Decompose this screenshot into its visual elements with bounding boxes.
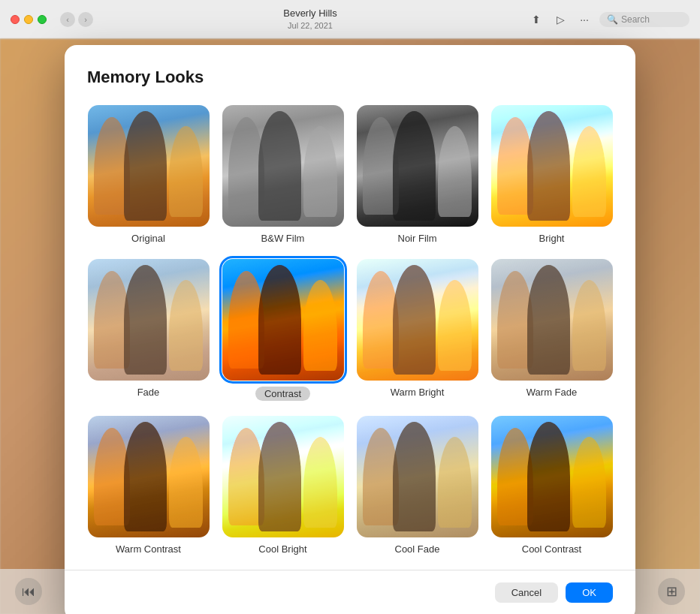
person-figure bbox=[438, 280, 472, 372]
figure-overlay bbox=[222, 259, 344, 381]
fullscreen-button[interactable] bbox=[38, 15, 47, 24]
figure-overlay bbox=[357, 105, 478, 227]
look-label: Noir Film bbox=[398, 233, 437, 244]
navigation-buttons: ‹ › bbox=[60, 12, 93, 27]
look-item-cool-bright[interactable]: Cool Bright bbox=[222, 416, 344, 555]
forward-button[interactable]: › bbox=[78, 12, 93, 27]
look-label: Bright bbox=[539, 233, 565, 244]
window-date: Jul 22, 2021 bbox=[99, 20, 521, 31]
dialog-footer: Cancel OK bbox=[87, 582, 613, 603]
figure-overlay bbox=[88, 259, 210, 381]
look-label: Cool Fade bbox=[395, 543, 440, 555]
look-label-badge: Contrast bbox=[255, 387, 310, 401]
look-thumbnail-fade bbox=[88, 259, 210, 381]
search-bar[interactable]: 🔍 Search bbox=[599, 12, 689, 27]
look-item-bw-film[interactable]: B&W Film bbox=[222, 105, 344, 244]
person-figure bbox=[124, 111, 167, 221]
selected-badge-wrapper: Contrast bbox=[255, 387, 310, 401]
window-chrome: ‹ › Beverly Hills Jul 22, 2021 ⬆ ▷ ··· 🔍… bbox=[0, 0, 700, 39]
person-figure bbox=[393, 111, 436, 221]
look-thumbnail-contrast bbox=[222, 259, 344, 381]
figure-overlay bbox=[357, 259, 478, 381]
figure-overlay bbox=[222, 416, 344, 537]
grid-view-button[interactable]: ⊞ bbox=[658, 578, 685, 605]
chrome-controls: ⬆ ▷ ··· 🔍 Search bbox=[527, 11, 689, 29]
person-figure bbox=[258, 422, 301, 531]
figure-overlay bbox=[88, 416, 210, 537]
figure-overlay bbox=[357, 416, 478, 537]
person-figure bbox=[438, 126, 472, 218]
look-item-cool-fade[interactable]: Cool Fade bbox=[356, 416, 478, 555]
figure-overlay bbox=[491, 416, 613, 537]
look-thumbnail-noir-film bbox=[357, 105, 478, 227]
previous-button[interactable]: ⏮ bbox=[15, 578, 42, 605]
figure-overlay bbox=[222, 105, 344, 227]
person-figure bbox=[527, 265, 570, 375]
look-thumbnail-cool-bright bbox=[222, 416, 344, 537]
search-placeholder: Search bbox=[621, 14, 650, 25]
look-label: Cool Contrast bbox=[522, 543, 581, 555]
traffic-lights bbox=[11, 15, 47, 24]
cancel-button[interactable]: Cancel bbox=[495, 582, 558, 603]
look-thumbnail-warm-bright bbox=[357, 259, 478, 381]
person-figure bbox=[572, 126, 606, 218]
look-item-warm-bright[interactable]: Warm Bright bbox=[356, 259, 478, 401]
figure-overlay bbox=[88, 105, 210, 227]
person-figure bbox=[303, 437, 337, 528]
share-icon[interactable]: ⬆ bbox=[527, 11, 545, 29]
figure-overlay bbox=[491, 259, 613, 381]
person-figure bbox=[572, 437, 606, 528]
dialog-title: Memory Looks bbox=[87, 68, 613, 87]
back-button[interactable]: ‹ bbox=[60, 12, 75, 27]
person-figure bbox=[303, 280, 337, 372]
person-figure bbox=[124, 265, 167, 375]
person-figure bbox=[303, 126, 337, 218]
person-figure bbox=[258, 265, 301, 375]
look-label: Warm Bright bbox=[391, 387, 445, 398]
person-figure bbox=[527, 111, 570, 221]
look-label: Warm Contrast bbox=[116, 543, 181, 555]
person-figure bbox=[393, 422, 436, 531]
search-icon: 🔍 bbox=[607, 14, 618, 25]
look-thumbnail-bright bbox=[491, 105, 613, 227]
window-title-area: Beverly Hills Jul 22, 2021 bbox=[99, 8, 521, 31]
look-label: Fade bbox=[137, 387, 160, 398]
look-item-bright[interactable]: Bright bbox=[490, 105, 613, 244]
close-button[interactable] bbox=[11, 15, 20, 24]
look-label: Cool Bright bbox=[258, 543, 306, 555]
look-label: Original bbox=[131, 233, 165, 244]
look-thumbnail-bw-film bbox=[222, 105, 344, 227]
person-figure bbox=[393, 265, 436, 375]
dialog-divider bbox=[65, 570, 635, 570]
look-item-warm-contrast[interactable]: Warm Contrast bbox=[87, 416, 210, 555]
look-item-original[interactable]: Original bbox=[87, 105, 210, 244]
window-title: Beverly Hills bbox=[99, 8, 521, 20]
slideshow-icon[interactable]: ▷ bbox=[551, 11, 569, 29]
minimize-button[interactable] bbox=[24, 15, 33, 24]
look-item-warm-fade[interactable]: Warm Fade bbox=[490, 259, 613, 401]
more-icon[interactable]: ··· bbox=[575, 11, 593, 29]
look-label: Warm Fade bbox=[527, 387, 577, 398]
look-item-noir-film[interactable]: Noir Film bbox=[356, 105, 478, 244]
look-label: B&W Film bbox=[261, 233, 305, 244]
person-figure bbox=[258, 111, 301, 221]
look-thumbnail-cool-fade bbox=[357, 416, 478, 537]
person-figure bbox=[438, 437, 472, 528]
look-thumbnail-warm-contrast bbox=[88, 416, 210, 537]
person-figure bbox=[169, 437, 203, 528]
ok-button[interactable]: OK bbox=[566, 582, 613, 603]
look-thumbnail-cool-contrast bbox=[491, 416, 613, 537]
look-item-cool-contrast[interactable]: Cool Contrast bbox=[490, 416, 613, 555]
person-figure bbox=[124, 422, 167, 531]
look-item-fade[interactable]: Fade bbox=[87, 259, 210, 401]
person-figure bbox=[572, 280, 606, 372]
figure-overlay bbox=[491, 105, 613, 227]
person-figure bbox=[527, 422, 570, 531]
person-figure bbox=[169, 126, 203, 218]
look-item-contrast[interactable]: Contrast bbox=[222, 259, 344, 401]
looks-grid: Original B&W Film Noir Film Bright bbox=[87, 105, 613, 555]
person-figure bbox=[169, 280, 203, 372]
look-thumbnail-original bbox=[88, 105, 210, 227]
look-thumbnail-warm-fade bbox=[491, 259, 613, 381]
memory-looks-dialog: Memory Looks Original B&W Film Noir Film bbox=[65, 45, 635, 614]
